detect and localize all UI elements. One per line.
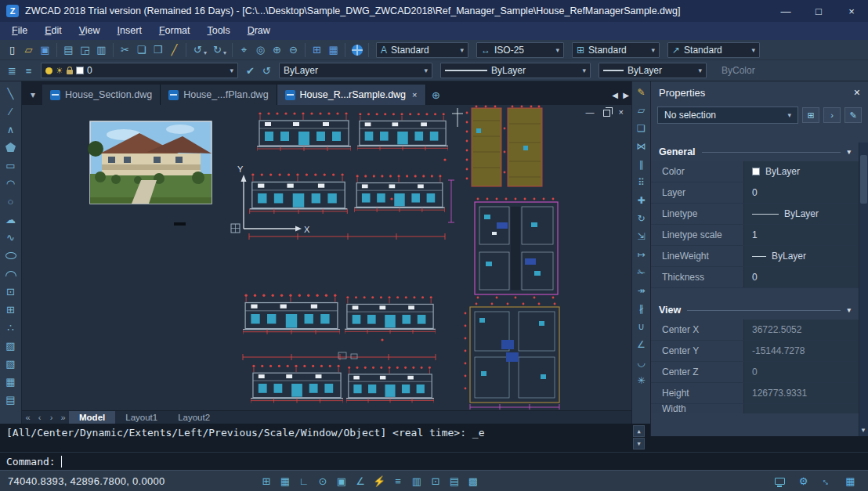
fullscreen-icon[interactable]: ↔ — [819, 473, 835, 489]
pan-icon[interactable]: ⌖ — [236, 42, 252, 58]
esnap-icon[interactable]: ▣ — [334, 473, 349, 489]
menu-insert[interactable]: Insert — [109, 22, 150, 40]
gradient-icon[interactable]: ▧ — [2, 356, 20, 371]
explode-icon[interactable]: ✳ — [634, 373, 649, 388]
table-style-dropdown[interactable]: ⊞ Standard ▾ — [572, 42, 660, 58]
options-gear-icon[interactable]: ⚙ — [795, 473, 812, 489]
text-style-dropdown[interactable]: A Standard ▾ — [376, 42, 468, 58]
new-tab-icon[interactable]: ⊕ — [426, 85, 447, 105]
revision-cloud-icon[interactable]: ☁ — [2, 211, 20, 227]
grid-icon[interactable]: ▦ — [277, 473, 293, 489]
lineweight-dropdown[interactable]: ByLayer ▾ — [599, 63, 707, 78]
mirror-icon[interactable]: ⋈ — [634, 139, 649, 154]
properties-scrollbar[interactable]: ▼ — [859, 143, 868, 436]
make-block-icon[interactable]: ⊞ — [2, 301, 20, 317]
grid-settings-icon[interactable]: ▦ — [842, 473, 859, 489]
move-icon[interactable]: ✚ — [634, 193, 649, 208]
new-icon[interactable]: ▯ — [4, 42, 20, 58]
chamfer-icon[interactable]: ∠ — [634, 337, 649, 352]
dyn-input-icon[interactable]: ⚡ — [371, 473, 387, 489]
menu-view[interactable]: View — [71, 22, 109, 40]
tab-layout1[interactable]: Layout1 — [115, 411, 168, 424]
etrack-icon[interactable]: ∠ — [353, 473, 368, 489]
array-icon[interactable]: ⠿ — [634, 175, 649, 190]
layout-next-icon[interactable]: › — [45, 413, 57, 422]
spline-icon[interactable]: ∿ — [2, 229, 20, 245]
command-input-line[interactable]: Command: — [0, 452, 868, 470]
table-insert-icon[interactable]: ⊞ — [309, 42, 325, 58]
selection-cycling-icon[interactable]: ⊡ — [428, 473, 443, 489]
zoom-window-icon[interactable]: ⊕ — [269, 42, 285, 58]
pickadd-toggle-icon[interactable]: ⊞ — [802, 107, 819, 123]
undo-dropdown-icon[interactable]: ▾ — [204, 49, 207, 56]
rotate-icon[interactable]: ↻ — [634, 211, 649, 226]
transparency-icon[interactable]: ▥ — [409, 473, 425, 489]
layout-first-icon[interactable]: « — [22, 413, 34, 422]
tab-house-roofplan[interactable]: House_...fPlan.dwg — [161, 85, 277, 105]
doc-minimize-icon[interactable]: — — [586, 107, 595, 117]
lineweight-display-icon[interactable]: ≡ — [390, 473, 406, 489]
circle-icon[interactable]: ○ — [2, 193, 20, 209]
spreadsheet-icon[interactable]: ▦ — [325, 42, 342, 58]
property-value[interactable]: 36722.5052 — [743, 320, 859, 340]
publish-icon[interactable]: ▥ — [93, 42, 110, 58]
layer-states-icon[interactable]: ≡ — [20, 63, 37, 78]
tab-list-dropdown-icon[interactable]: ▾ — [24, 85, 42, 105]
drawing-canvas[interactable]: — × — [22, 105, 631, 410]
ellipse-arc-icon[interactable] — [2, 265, 20, 281]
select-objects-icon[interactable]: › — [823, 107, 841, 123]
layout-prev-icon[interactable]: ‹ — [34, 413, 45, 422]
tab-close-icon[interactable]: × — [412, 90, 417, 99]
menu-draw[interactable]: Draw — [239, 22, 279, 40]
tab-house-refmanagersample[interactable]: House_R...rSample.dwg × — [277, 85, 426, 105]
layer-previous-icon[interactable]: ↺ — [259, 63, 275, 78]
layout-last-icon[interactable]: » — [57, 413, 69, 422]
scroll-down-icon[interactable]: ▼ — [633, 438, 645, 449]
trim-icon[interactable]: ✁ — [634, 265, 649, 280]
make-object-layer-current-icon[interactable]: ✔ — [242, 63, 259, 78]
tab-layout2[interactable]: Layout2 — [168, 411, 220, 424]
section-header-view[interactable]: View ▾ — [651, 301, 859, 320]
graphics-monitor-icon[interactable] — [772, 473, 788, 489]
scale-icon[interactable]: ⇲ — [634, 229, 649, 244]
property-value[interactable]: 1 — [743, 225, 859, 245]
copy-object-icon[interactable]: ❏ — [634, 121, 649, 136]
ellipse-icon[interactable] — [2, 247, 20, 263]
property-value[interactable]: ByLayer — [743, 161, 859, 182]
fillet-icon[interactable]: ◡ — [634, 355, 649, 370]
coordinates-display[interactable]: 74040.8393, 42896.7800, 0.0000 — [8, 475, 193, 487]
plot-icon[interactable]: ▤ — [60, 42, 77, 58]
scroll-down-icon[interactable]: ▼ — [859, 424, 868, 435]
close-button[interactable]: × — [835, 0, 868, 22]
arc-icon[interactable]: ◠ — [2, 175, 20, 191]
zoom-previous-icon[interactable]: ⊖ — [285, 42, 302, 58]
erase-icon[interactable]: ▱ — [634, 103, 649, 118]
tab-scroll-left-icon[interactable]: ◀ — [609, 91, 620, 99]
dimension-style-dropdown[interactable]: ↔ ISO-25 ▾ — [476, 42, 564, 58]
menu-format[interactable]: Format — [150, 22, 199, 40]
construction-line-icon[interactable]: ∕ — [2, 103, 20, 119]
property-value[interactable]: 0 — [743, 182, 859, 203]
color-dropdown[interactable]: ByLayer ▾ — [279, 63, 432, 78]
menu-tools[interactable]: Tools — [198, 22, 238, 40]
join-icon[interactable]: ∪ — [634, 319, 649, 334]
table-icon[interactable]: ▤ — [2, 392, 20, 407]
doc-close-icon[interactable]: × — [619, 107, 624, 117]
layer-properties-icon[interactable]: ≣ — [4, 63, 20, 78]
property-value[interactable]: ByLayer — [743, 204, 859, 224]
doc-restore-icon[interactable] — [603, 110, 610, 117]
menu-file[interactable]: File — [3, 22, 36, 40]
edit-pencil-icon[interactable]: ✎ — [634, 85, 649, 100]
tab-model[interactable]: Model — [69, 411, 115, 424]
property-value[interactable]: -15144.7278 — [743, 341, 859, 361]
properties-close-icon[interactable]: × — [854, 86, 860, 99]
workspace-icon[interactable]: ▩ — [465, 473, 481, 489]
cut-icon[interactable]: ✂ — [117, 42, 133, 58]
snap-icon[interactable]: ⊞ — [259, 473, 274, 489]
maximize-button[interactable]: □ — [802, 0, 835, 22]
property-value[interactable] — [743, 404, 859, 413]
zoom-realtime-icon[interactable]: ◎ — [252, 42, 269, 58]
property-value[interactable]: 126773.9331 — [743, 383, 859, 403]
quick-select-icon[interactable]: ✎ — [844, 107, 862, 123]
extend-icon[interactable]: ↠ — [634, 283, 649, 298]
